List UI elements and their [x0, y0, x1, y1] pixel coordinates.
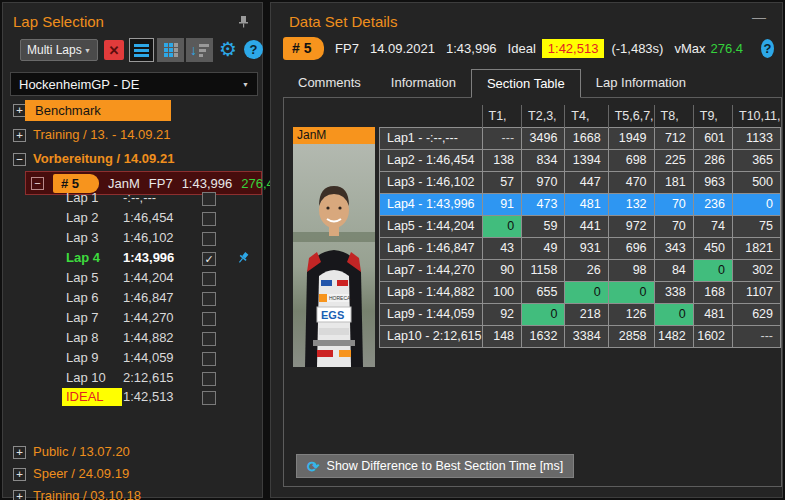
table-row[interactable]: Lap3 - 1:46,10257970447470181963500 — [380, 171, 781, 193]
list-icon — [134, 44, 149, 47]
tab-information[interactable]: Information — [376, 69, 471, 98]
section-time-cell: 500 — [733, 171, 781, 193]
lap-checkbox[interactable] — [202, 352, 216, 366]
section-time-cell: --- — [482, 127, 522, 149]
section-time-cell: 286 — [693, 149, 732, 171]
lap-row[interactable]: Lap 31:46,102 — [3, 230, 262, 249]
multi-laps-dropdown[interactable]: Multi Laps ▼ — [20, 39, 98, 61]
grid-view-button[interactable] — [157, 38, 184, 62]
lap-label-cell: Lap9 - 1:44,059 — [380, 303, 483, 325]
sort-laps-button[interactable]: ↓ — [186, 38, 213, 62]
tree-item-public[interactable]: Public / 13.07.20 — [33, 444, 130, 459]
section-time-cell-best: 0 — [733, 193, 781, 215]
table-row[interactable]: Lap1 - -:--,------3496166819497126011133 — [380, 127, 781, 149]
help-icon[interactable]: ? — [244, 40, 263, 59]
lap-row[interactable]: Lap 91:44,059 — [3, 350, 262, 369]
lap-label-cell: Lap6 - 1:46,847 — [380, 237, 483, 259]
section-time-cell: 970 — [522, 171, 565, 193]
tree-item-benchmark[interactable]: Benchmark — [25, 100, 171, 121]
lap-label: Lap 9 — [66, 350, 99, 365]
show-difference-button[interactable]: ⟳ Show Difference to Best Section Time [… — [296, 454, 574, 478]
lap-row[interactable]: Lap 61:46,847 — [3, 290, 262, 309]
ideal-checkbox[interactable] — [202, 391, 216, 405]
lap-row[interactable]: Lap 41:43,996✓ — [3, 250, 262, 269]
header-ideal-label: Ideal — [508, 41, 536, 56]
tree-item-vorbereitung[interactable]: Vorbereitung / 14.09.21 — [33, 151, 174, 166]
lap-checkbox[interactable] — [202, 212, 216, 226]
section-time-cell: 74 — [693, 215, 732, 237]
pin-icon[interactable] — [236, 251, 250, 265]
lap-checkbox[interactable] — [202, 232, 216, 246]
session-driver: JanM — [108, 176, 140, 191]
tree-item-training-old[interactable]: Training / 03.10.18 — [33, 488, 141, 500]
section-time-cell: 441 — [565, 215, 608, 237]
lap-label-cell: Lap8 - 1:44,882 — [380, 281, 483, 303]
section-time-cell: 834 — [522, 149, 565, 171]
lap-checkbox[interactable] — [202, 372, 216, 386]
table-row[interactable]: Lap5 - 1:44,204059441972707475 — [380, 215, 781, 237]
section-time-cell: 92 — [482, 303, 522, 325]
header-vmax-value: 276.4 — [711, 41, 744, 56]
table-row-selected[interactable]: Lap4 - 1:43,99691473481132702360 — [380, 193, 781, 215]
pin-panel-icon[interactable] — [237, 15, 250, 28]
lap-selection-title: Lap Selection — [13, 13, 104, 30]
settings-gear-icon[interactable]: ⚙ — [216, 37, 240, 61]
tab-section-table[interactable]: Section Table — [471, 69, 581, 98]
section-time-cell: 963 — [693, 171, 732, 193]
table-row[interactable]: Lap10 - 2:12,61514816323384285814821602-… — [380, 325, 781, 347]
expander-training-recent[interactable]: + — [13, 129, 26, 142]
lap-label-cell: Lap2 - 1:46,454 — [380, 149, 483, 171]
lap-time: 1:44,059 — [123, 350, 174, 365]
expander-session[interactable]: − — [31, 177, 44, 190]
show-difference-label: Show Difference to Best Section Time [ms… — [327, 459, 564, 473]
section-time-cell: 1133 — [733, 127, 781, 149]
section-time-cell: 84 — [654, 259, 693, 281]
ideal-row[interactable]: IDEAL 1:42,513 — [3, 389, 262, 408]
lap-row[interactable]: Lap 1-:--,--- — [3, 190, 262, 209]
delete-selection-button[interactable]: ✕ — [104, 40, 124, 60]
lap-row[interactable]: Lap 102:12,615 — [3, 370, 262, 389]
lap-row[interactable]: Lap 81:44,882 — [3, 330, 262, 349]
section-time-cell: 225 — [654, 149, 693, 171]
lap-row[interactable]: Lap 51:44,204 — [3, 270, 262, 289]
expander-speer[interactable]: + — [13, 468, 26, 481]
section-time-cell-best: 0 — [654, 303, 693, 325]
lap-label: Lap 5 — [66, 270, 99, 285]
minimize-icon[interactable]: — — [752, 9, 766, 25]
section-time-cell: 447 — [565, 171, 608, 193]
table-row[interactable]: Lap2 - 1:46,4541388341394698225286365 — [380, 149, 781, 171]
lap-row[interactable]: Lap 71:44,270 — [3, 310, 262, 329]
lap-label: Lap 6 — [66, 290, 99, 305]
header-ideal-time: 1:42,513 — [542, 39, 605, 58]
tree-item-training-recent[interactable]: Training / 13. - 14.09.21 — [33, 127, 171, 142]
section-time-cell: 168 — [693, 281, 732, 303]
lap-checkbox[interactable] — [202, 192, 216, 206]
table-row[interactable]: Lap8 - 1:44,882100655003381681107 — [380, 281, 781, 303]
section-time-cell: 302 — [733, 259, 781, 281]
lap-checkbox[interactable] — [202, 312, 216, 326]
lap-checkbox-checked[interactable]: ✓ — [202, 252, 216, 266]
section-time-cell: 1158 — [522, 259, 565, 281]
lap-checkbox[interactable] — [202, 292, 216, 306]
tab-lap-information[interactable]: Lap Information — [581, 69, 701, 98]
track-dropdown[interactable]: HockenheimGP - DE ▼ — [10, 72, 258, 96]
expander-training-old[interactable]: + — [13, 490, 26, 500]
table-row[interactable]: Lap7 - 1:44,2709011582698840302 — [380, 259, 781, 281]
tree-item-speer[interactable]: Speer / 24.09.19 — [33, 466, 129, 481]
help-icon[interactable]: ? — [761, 39, 774, 58]
header-lap-time: 1:43,996 — [446, 41, 497, 56]
session-best-time: 1:43,996 — [182, 176, 233, 191]
expander-vorbereitung[interactable]: − — [13, 153, 26, 166]
section-time-cell: 601 — [693, 127, 732, 149]
table-row[interactable]: Lap9 - 1:44,0599202181260481629 — [380, 303, 781, 325]
expander-public[interactable]: + — [13, 446, 26, 459]
lap-row[interactable]: Lap 21:46,454 — [3, 210, 262, 229]
section-time-cell: 148 — [482, 325, 522, 347]
lap-checkbox[interactable] — [202, 332, 216, 346]
data-set-details-panel: Data Set Details — # 5 FP7 14.09.2021 1:… — [270, 2, 783, 498]
track-dropdown-value: HockenheimGP - DE — [19, 77, 139, 92]
table-row[interactable]: Lap6 - 1:46,84743499316963434501821 — [380, 237, 781, 259]
lap-checkbox[interactable] — [202, 272, 216, 286]
tab-comments[interactable]: Comments — [283, 69, 376, 98]
list-view-button[interactable] — [129, 38, 154, 62]
